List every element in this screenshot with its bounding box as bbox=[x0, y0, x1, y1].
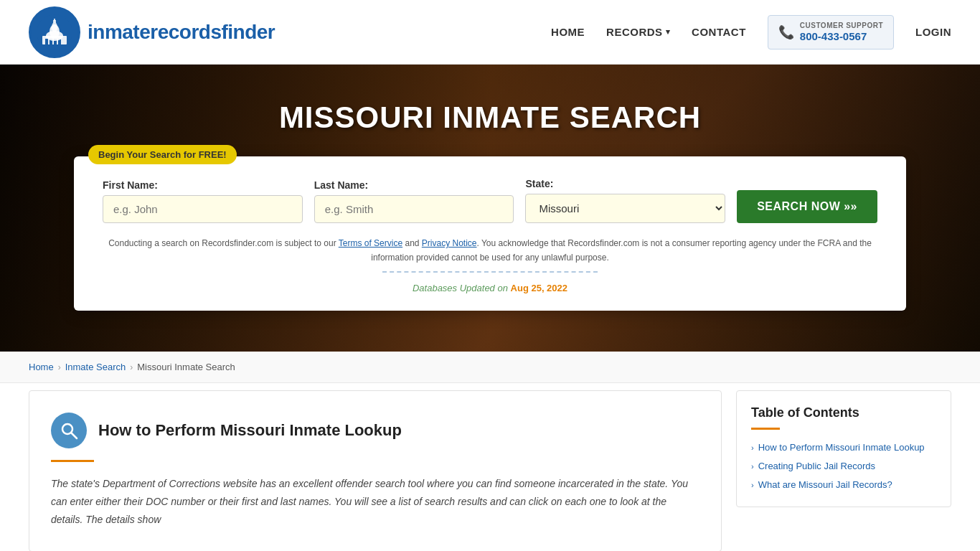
phone-icon: 📞 bbox=[778, 24, 794, 40]
search-form: First Name: Last Name: State: Missouri A… bbox=[103, 178, 877, 223]
site-header: inmaterecordsfinder HOME RECORDS ▾ CONTA… bbox=[0, 0, 980, 65]
article-divider bbox=[51, 460, 94, 462]
support-number: 800-433-0567 bbox=[800, 30, 883, 43]
last-name-label: Last Name: bbox=[314, 179, 514, 191]
article-body: The state's Department of Corrections we… bbox=[51, 475, 699, 529]
toc-link-1[interactable]: How to Perform Missouri Inmate Lookup bbox=[758, 441, 925, 454]
last-name-input[interactable] bbox=[314, 195, 514, 223]
article-title: How to Perform Missouri Inmate Lookup bbox=[98, 421, 402, 440]
svg-point-8 bbox=[52, 22, 57, 32]
breadcrumb-inmate-search[interactable]: Inmate Search bbox=[65, 362, 126, 372]
search-button[interactable]: SEARCH NOW »» bbox=[737, 190, 877, 223]
breadcrumb-sep-2: › bbox=[130, 362, 133, 372]
disclaimer-text: Conducting a search on Recordsfinder.com… bbox=[103, 236, 877, 265]
begin-badge: Begin Your Search for FREE! bbox=[88, 145, 237, 164]
support-label: CUSTOMER SUPPORT bbox=[800, 22, 883, 30]
toc-link-2[interactable]: Creating Public Jail Records bbox=[758, 460, 875, 473]
breadcrumb-sep-1: › bbox=[58, 362, 61, 372]
state-group: State: Missouri Alabama Alaska Arizona A… bbox=[525, 178, 725, 223]
last-name-group: Last Name: bbox=[314, 179, 514, 223]
privacy-link[interactable]: Privacy Notice bbox=[422, 238, 477, 248]
breadcrumb-current: Missouri Inmate Search bbox=[137, 362, 235, 372]
logo-icon bbox=[29, 6, 80, 58]
toc-list: › How to Perform Missouri Inmate Lookup … bbox=[751, 441, 936, 492]
nav-contact[interactable]: CONTACT bbox=[692, 26, 746, 38]
toc-item-1[interactable]: › How to Perform Missouri Inmate Lookup bbox=[751, 441, 936, 454]
toc-link-3[interactable]: What are Missouri Jail Records? bbox=[758, 479, 892, 491]
nav-home[interactable]: HOME bbox=[551, 26, 585, 38]
sidebar-toc: Table of Contents › How to Perform Misso… bbox=[736, 390, 951, 507]
toc-item-2[interactable]: › Creating Public Jail Records bbox=[751, 460, 936, 473]
dashed-separator bbox=[382, 271, 598, 273]
article-section: How to Perform Missouri Inmate Lookup Th… bbox=[29, 390, 722, 551]
db-updated: Databases Updated on Aug 25, 2022 bbox=[103, 283, 877, 293]
toc-title: Table of Contents bbox=[751, 405, 936, 420]
main-nav: HOME RECORDS ▾ CONTACT 📞 CUSTOMER SUPPOR… bbox=[551, 15, 951, 50]
hero-title: MISSOURI INMATE SEARCH bbox=[279, 100, 701, 135]
hero-content: MISSOURI INMATE SEARCH Begin Your Search… bbox=[0, 65, 980, 311]
toc-item-3[interactable]: › What are Missouri Jail Records? bbox=[751, 479, 936, 491]
logo[interactable]: inmaterecordsfinder bbox=[29, 6, 275, 58]
article-icon bbox=[51, 413, 87, 448]
state-select[interactable]: Missouri Alabama Alaska Arizona Arkansas… bbox=[525, 194, 725, 223]
svg-rect-2 bbox=[45, 39, 48, 44]
customer-support-button[interactable]: 📞 CUSTOMER SUPPORT 800-433-0567 bbox=[768, 15, 894, 50]
main-content: How to Perform Missouri Inmate Lookup Th… bbox=[0, 390, 980, 551]
nav-records[interactable]: RECORDS ▾ bbox=[606, 26, 670, 38]
svg-line-12 bbox=[71, 433, 77, 438]
hero-section: MISSOURI INMATE SEARCH Begin Your Search… bbox=[0, 65, 980, 352]
toc-chevron-2: › bbox=[751, 461, 754, 472]
breadcrumb-home[interactable]: Home bbox=[29, 362, 54, 372]
logo-text: inmaterecordsfinder bbox=[88, 21, 275, 44]
first-name-input[interactable] bbox=[103, 195, 303, 223]
toc-chevron-3: › bbox=[751, 480, 754, 491]
first-name-group: First Name: bbox=[103, 179, 303, 223]
breadcrumb: Home › Inmate Search › Missouri Inmate S… bbox=[0, 352, 980, 383]
toc-divider bbox=[751, 428, 780, 430]
state-label: State: bbox=[525, 178, 725, 189]
terms-link[interactable]: Terms of Service bbox=[339, 238, 402, 248]
first-name-label: First Name: bbox=[103, 179, 303, 191]
login-button[interactable]: LOGIN bbox=[915, 26, 951, 38]
toc-chevron-1: › bbox=[751, 443, 754, 453]
article-header: How to Perform Missouri Inmate Lookup bbox=[51, 413, 699, 448]
records-chevron-icon: ▾ bbox=[666, 27, 671, 37]
search-card: Begin Your Search for FREE! First Name: … bbox=[74, 156, 906, 311]
svg-rect-10 bbox=[54, 19, 55, 22]
